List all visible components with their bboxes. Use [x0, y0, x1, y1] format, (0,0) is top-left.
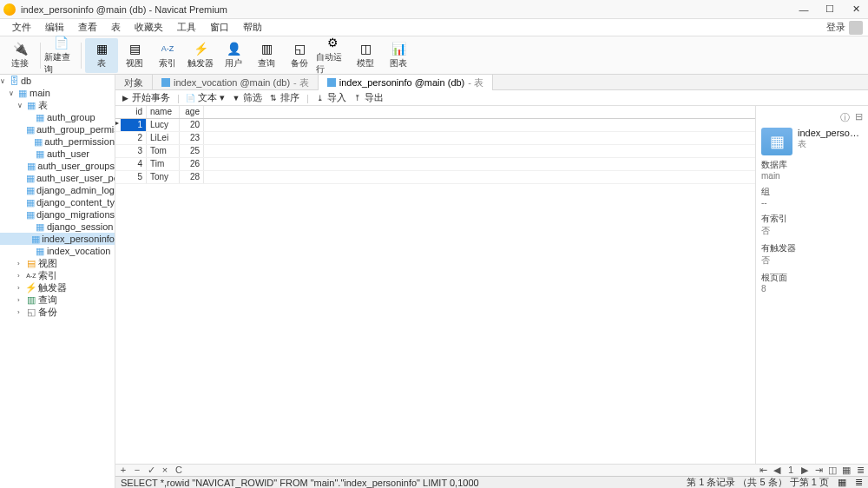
toolbar-button-表[interactable]: ▦表 [85, 38, 118, 73]
tree-node-django_content_type[interactable]: ▦django_content_type [0, 196, 115, 208]
toolbar-button-模型[interactable]: ◫模型 [349, 38, 382, 73]
tree-node-index_vocation[interactable]: ▦index_vocation [0, 245, 115, 257]
sub-button-开始事务[interactable]: ▶开始事务 [121, 91, 170, 104]
toolbar-button-视图[interactable]: ▤视图 [118, 38, 151, 73]
menu-item-4[interactable]: 收藏夹 [128, 21, 170, 34]
cell-id[interactable]: 1 [121, 119, 147, 131]
record-nav-button-2[interactable]: 1 [786, 465, 795, 476]
column-header-id[interactable]: id [121, 106, 147, 118]
cell-id[interactable]: 5 [121, 171, 147, 183]
menu-item-3[interactable]: 表 [104, 21, 128, 34]
tree-node-index_personinfo[interactable]: ▦index_personinfo [0, 233, 115, 245]
tree-node-auth_group_permissi[interactable]: ▦auth_group_permissi [0, 123, 115, 135]
table-row[interactable]: 4Tim26 [115, 158, 755, 171]
toolbar-button-备份[interactable]: ◱备份 [283, 38, 316, 73]
tree-node-auth_group[interactable]: ▦auth_group [0, 111, 115, 123]
status-grid-icon[interactable]: ▦ [838, 477, 846, 488]
menu-item-5[interactable]: 工具 [170, 21, 203, 34]
toolbar-button-查询[interactable]: ▥查询 [250, 38, 283, 73]
tree-node-auth_user_user_perm[interactable]: ▦auth_user_user_perm [0, 172, 115, 184]
list-icon[interactable]: ⊟ [855, 111, 863, 124]
table-row[interactable]: 2LiLei23 [115, 132, 755, 145]
tree-node-django_session[interactable]: ▦django_session [0, 221, 115, 233]
sub-button-导入[interactable]: ⤓导入 [316, 91, 346, 104]
toolbar-button-触发器[interactable]: ⚡触发器 [184, 38, 217, 73]
record-edit-button-2[interactable]: ✓ [147, 465, 155, 476]
record-nav-button-1[interactable]: ◀ [773, 465, 781, 476]
tab-1[interactable]: index_vocation @main (db)- 表 [153, 75, 319, 90]
menu-item-0[interactable]: 文件 [5, 21, 38, 34]
record-nav-button-3[interactable]: ▶ [800, 465, 809, 476]
table-row[interactable]: 3Tom25 [115, 145, 755, 158]
minimize-button[interactable]: — [799, 4, 809, 15]
toolbar-button-自动运行[interactable]: ⚙自动运行 [316, 38, 349, 73]
record-edit-button-0[interactable]: + [119, 465, 128, 476]
login-area[interactable]: 登录 [826, 21, 863, 35]
tree-node-auth_user_groups[interactable]: ▦auth_user_groups [0, 160, 115, 172]
record-edit-button-1[interactable]: − [133, 465, 141, 476]
menu-item-7[interactable]: 帮助 [236, 21, 269, 34]
tree-node-触发器[interactable]: ›⚡触发器 [0, 281, 115, 293]
cell-age[interactable]: 23 [180, 132, 204, 144]
tree-node-icon: ▦ [35, 112, 45, 123]
tree-node-表[interactable]: ∨▦表 [0, 99, 115, 111]
cell-id[interactable]: 2 [121, 132, 147, 144]
cell-id[interactable]: 3 [121, 145, 147, 157]
cell-age[interactable]: 28 [180, 171, 204, 183]
sub-button-排序[interactable]: ⇅排序 [269, 91, 299, 104]
tree-node-main[interactable]: ∨▦main [0, 87, 115, 99]
cell-age[interactable]: 20 [180, 119, 204, 131]
record-nav-button-4[interactable]: ⇥ [814, 465, 823, 476]
table-row[interactable]: ▸1Lucy20 [115, 119, 755, 132]
toolbar-button-索引[interactable]: A-Z索引 [151, 38, 184, 73]
tree-node-label: auth_user [47, 148, 89, 159]
cell-id[interactable]: 4 [121, 158, 147, 170]
data-grid[interactable]: idnameage ▸1Lucy202LiLei233Tom254Tim265T… [115, 106, 755, 464]
menu-item-2[interactable]: 查看 [71, 21, 104, 34]
tree-node-django_migrations[interactable]: ▦django_migrations [0, 208, 115, 221]
sub-icon: 📄 [187, 94, 195, 102]
cell-name[interactable]: LiLei [147, 132, 180, 144]
column-header-age[interactable]: age [180, 106, 204, 118]
column-header-name[interactable]: name [147, 106, 180, 118]
record-nav-button-0[interactable]: ⇤ [759, 465, 767, 476]
tree-node-查询[interactable]: ›▥查询 [0, 293, 115, 306]
cell-age[interactable]: 26 [180, 158, 204, 170]
sub-button-导出[interactable]: ⤒导出 [353, 91, 384, 104]
tab-2[interactable]: index_personinfo @main (db)- 表 [319, 75, 493, 90]
tree-node-视图[interactable]: ›▤视图 [0, 257, 115, 269]
status-list-icon[interactable]: ≣ [855, 477, 863, 488]
toolbar-button-新建查询[interactable]: 📄新建查询 [44, 38, 77, 73]
cell-name[interactable]: Lucy [147, 119, 180, 131]
object-tree[interactable]: ∨🗄db∨▦main∨▦表▦auth_group▦auth_group_perm… [0, 75, 115, 488]
toolbar-button-用户[interactable]: 👤用户 [217, 38, 250, 73]
tree-node-auth_user[interactable]: ▦auth_user [0, 148, 115, 160]
sub-button-筛选[interactable]: ▼筛选 [232, 91, 262, 104]
cell-age[interactable]: 25 [180, 145, 204, 157]
record-edit-button-3[interactable]: × [161, 465, 169, 476]
info-value: -- [761, 198, 863, 208]
record-nav-button-7[interactable]: ≣ [856, 465, 865, 476]
record-nav-button-6[interactable]: ▦ [842, 465, 851, 476]
maximize-button[interactable]: ☐ [825, 4, 835, 15]
record-edit-button-4[interactable]: C [174, 465, 183, 476]
tree-node-备份[interactable]: ›◱备份 [0, 306, 115, 318]
menu-item-6[interactable]: 窗口 [203, 21, 236, 34]
sub-button-文本 ▾[interactable]: 📄文本 ▾ [187, 91, 225, 104]
menu-item-1[interactable]: 编辑 [38, 21, 71, 34]
cell-name[interactable]: Tim [147, 158, 180, 170]
record-nav-button-5[interactable]: ◫ [828, 465, 837, 476]
tree-node-db[interactable]: ∨🗄db [0, 75, 115, 87]
cell-name[interactable]: Tom [147, 145, 180, 157]
cell-name[interactable]: Tony [147, 171, 180, 183]
table-row[interactable]: 5Tony28 [115, 171, 755, 184]
tree-node-auth_permission[interactable]: ▦auth_permission [0, 135, 115, 148]
tab-0[interactable]: 对象 [115, 75, 153, 90]
toolbar-button-连接[interactable]: 🔌连接 [3, 38, 36, 73]
tree-node-label: 查询 [38, 293, 57, 306]
close-button[interactable]: ✕ [851, 4, 861, 15]
toolbar-button-图表[interactable]: 📊图表 [382, 38, 415, 73]
tree-node-django_admin_log[interactable]: ▦django_admin_log [0, 184, 115, 196]
tree-node-索引[interactable]: ›A-Z索引 [0, 269, 115, 281]
info-icon[interactable]: ⓘ [840, 111, 850, 124]
